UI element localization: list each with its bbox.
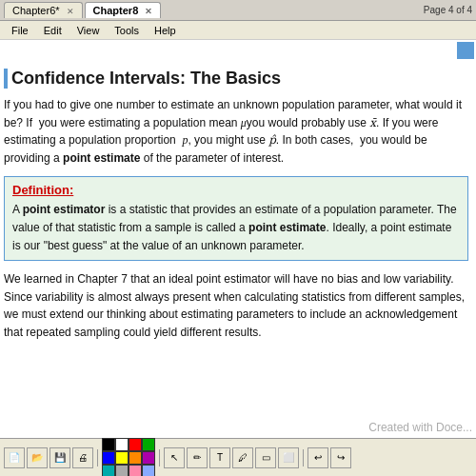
- definition-text: A point estimator is a statistic that pr…: [12, 201, 460, 254]
- page-indicator: Page 4 of 4: [424, 5, 472, 15]
- swatch-yellow[interactable]: [115, 451, 129, 465]
- tab-chapter8[interactable]: Chapter8 ✕: [85, 2, 162, 18]
- definition-box: Definition: A point estimator is a stati…: [4, 176, 468, 261]
- content-area: Confidence Intervals: The Basics If you …: [0, 61, 476, 438]
- btn-undo[interactable]: ↩: [307, 447, 328, 468]
- btn-open[interactable]: 📂: [27, 447, 48, 468]
- btn-cursor[interactable]: ↖: [164, 447, 185, 468]
- swatch-gray[interactable]: [115, 465, 129, 477]
- body-text: We learned in Chapter 7 that an ideal po…: [4, 270, 468, 341]
- bottom-toolbar: 📄 📂 💾 🖨 ↖ ✏ T 🖊 ▭ ⬜ ↩ ↪: [0, 438, 476, 476]
- swatch-cyan[interactable]: [102, 465, 115, 477]
- titlebar: Chapter6* ✕ Chapter8 ✕ Page 4 of 4: [0, 0, 476, 21]
- swatch-black[interactable]: [102, 438, 115, 451]
- swatch-blue[interactable]: [102, 451, 115, 465]
- swatch-pink[interactable]: [129, 465, 142, 477]
- separator-2: [159, 449, 160, 466]
- swatch-purple[interactable]: [142, 451, 155, 465]
- swatch-green[interactable]: [142, 438, 155, 451]
- swatch-lightblue[interactable]: [142, 465, 155, 477]
- definition-label: Definition:: [12, 183, 460, 197]
- menu-file[interactable]: File: [4, 23, 36, 38]
- btn-highlight[interactable]: 🖊: [232, 447, 253, 468]
- btn-text[interactable]: T: [209, 447, 230, 468]
- btn-new[interactable]: 📄: [4, 447, 25, 468]
- corner-box: [457, 42, 474, 59]
- btn-print[interactable]: 🖨: [72, 447, 93, 468]
- swatch-white[interactable]: [115, 438, 129, 451]
- color-palette: [102, 438, 155, 477]
- menu-help[interactable]: Help: [147, 23, 184, 38]
- tab-chapter6[interactable]: Chapter6* ✕: [4, 2, 83, 18]
- menu-edit[interactable]: Edit: [36, 23, 69, 38]
- intro-text: If you had to give one number to estimat…: [4, 96, 468, 167]
- btn-redo[interactable]: ↪: [330, 447, 351, 468]
- separator-3: [303, 449, 304, 466]
- btn-eraser[interactable]: ⬜: [278, 447, 299, 468]
- btn-pen[interactable]: ✏: [187, 447, 208, 468]
- separator-1: [97, 449, 98, 466]
- menubar: File Edit View Tools Help: [0, 21, 476, 40]
- watermark: Created with Doce...: [368, 421, 472, 434]
- swatch-red[interactable]: [129, 438, 142, 451]
- menu-view[interactable]: View: [69, 23, 108, 38]
- btn-shape[interactable]: ▭: [255, 447, 276, 468]
- btn-save[interactable]: 💾: [50, 447, 70, 468]
- menu-tools[interactable]: Tools: [107, 23, 147, 38]
- swatch-orange[interactable]: [129, 451, 142, 465]
- page-title: Confidence Intervals: The Basics: [4, 69, 468, 89]
